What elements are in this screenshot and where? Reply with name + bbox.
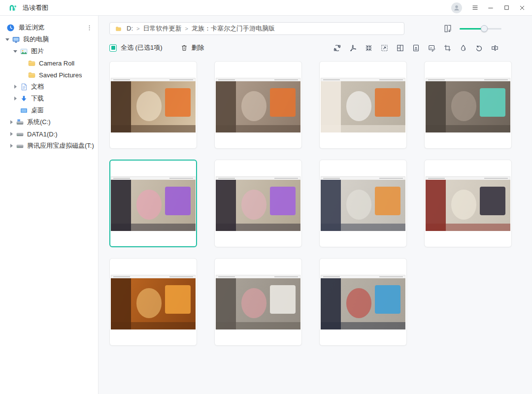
sidebar-item-recent[interactable]: 最近浏览: [0, 22, 98, 33]
chevron-down-icon[interactable]: [12, 48, 19, 55]
chevron-right-icon[interactable]: [8, 131, 15, 137]
thumbnail-reward-screen[interactable]: [214, 61, 302, 149]
user-avatar[interactable]: [451, 2, 462, 13]
sidebar-item-desktop[interactable]: 桌面: [0, 104, 98, 116]
image-region: [216, 322, 300, 329]
maximize-button[interactable]: [499, 0, 514, 15]
image-region: [165, 187, 191, 215]
recent-label: 最近浏览: [19, 23, 84, 32]
screenshot-image: [426, 176, 510, 231]
rotate-button[interactable]: [473, 42, 485, 54]
select-all-checkbox[interactable]: [109, 44, 117, 52]
delete-button[interactable]: 删除: [180, 43, 204, 52]
select-all-control[interactable]: 全选 (已选1项): [109, 43, 163, 52]
game-screenshot-content: [216, 278, 300, 329]
close-button[interactable]: [514, 0, 530, 15]
path-row: D:>日常软件更新>龙族：卡塞尔之门手游电脑版: [109, 22, 521, 35]
compress-button[interactable]: [363, 42, 374, 54]
sidebar-item-drive-c[interactable]: 系统(C:): [0, 116, 98, 128]
drive-win-icon: [16, 118, 24, 127]
arrow-placeholder: [20, 71, 27, 78]
mini-window-titlebar: [321, 275, 405, 278]
thumbnail-library-scene[interactable]: [109, 61, 197, 149]
chevron-right-icon[interactable]: [8, 119, 15, 126]
resize-button[interactable]: [378, 42, 390, 54]
rename-button[interactable]: [489, 42, 500, 54]
mini-window-titlebar: [111, 275, 196, 278]
collage-icon: [396, 44, 404, 52]
chevron-down-icon[interactable]: [4, 36, 11, 43]
sidebar-item-drive-d[interactable]: DATA1(D:): [0, 128, 98, 140]
game-screenshot-content: [111, 81, 196, 132]
sidebar-item-camera-roll[interactable]: Camera Roll: [0, 57, 98, 69]
person-icon: [452, 3, 461, 12]
sidebar-item-documents[interactable]: 文档: [0, 81, 98, 93]
minimize-button[interactable]: [483, 0, 499, 15]
game-screenshot-content: [111, 180, 196, 231]
crop-button[interactable]: [441, 42, 453, 54]
sidebar-item-drive-t[interactable]: 腾讯应用宝虚拟磁盘(T:): [0, 140, 98, 152]
thumbnail-recruit-screen[interactable]: [424, 160, 512, 247]
app-logo-icon: [9, 3, 18, 12]
image-region: [165, 285, 191, 314]
document-icon: [20, 83, 28, 91]
main-menu-button[interactable]: [467, 0, 483, 15]
image-region: [451, 91, 477, 121]
pdf-button[interactable]: [347, 42, 359, 54]
image-region: [426, 125, 510, 132]
zoom-slider[interactable]: [460, 25, 501, 32]
thumbnail-hex-map-screen[interactable]: [319, 160, 407, 247]
thumbnail-character-cards[interactable]: [109, 160, 197, 247]
breadcrumb[interactable]: D:>日常软件更新>龙族：卡塞尔之门手游电脑版: [109, 22, 404, 35]
image-region: [111, 278, 131, 329]
thumbnail-vip-purchase-screen[interactable]: [109, 258, 197, 346]
recent-options-button[interactable]: [84, 23, 94, 33]
chevron-right-icon[interactable]: [12, 95, 19, 102]
thumbnail-item-detail-screen[interactable]: [424, 61, 512, 149]
sidebar-item-label: 文档: [31, 82, 44, 91]
mini-window-titlebar: [426, 78, 510, 81]
game-screenshot-content: [216, 180, 300, 231]
page-flip-view-icon[interactable]: [443, 24, 453, 33]
download-icon: [20, 95, 28, 103]
sidebar-item-downloads[interactable]: 下载: [0, 93, 98, 104]
zoom-slider-handle[interactable]: [481, 25, 488, 32]
chevron-right-icon[interactable]: [12, 83, 19, 90]
breadcrumb-separator: >: [136, 26, 139, 32]
screenshot-image: [111, 78, 196, 132]
sidebar-item-my-computer[interactable]: 我的电脑: [0, 33, 98, 45]
breadcrumb-segment-2[interactable]: 龙族：卡塞尔之门手游电脑版: [192, 25, 275, 32]
image-region: [241, 91, 267, 121]
edit-image-button[interactable]: [426, 42, 437, 54]
sidebar-item-label: 图片: [31, 47, 44, 56]
image-region: [111, 224, 196, 231]
maximize-icon: [503, 4, 510, 11]
breadcrumb-segment-1[interactable]: 日常软件更新: [143, 25, 181, 32]
chevron-right-icon[interactable]: [8, 142, 15, 149]
sidebar-item-pictures[interactable]: 图片: [0, 45, 98, 57]
collage-button[interactable]: [394, 42, 406, 54]
image-region: [426, 180, 446, 231]
thumbnail-character-cards-2[interactable]: [214, 160, 302, 247]
delete-label: 删除: [192, 43, 204, 52]
mini-window-titlebar: [111, 176, 196, 180]
mini-window-titlebar: [216, 176, 300, 180]
convert-button[interactable]: [331, 42, 343, 54]
select-all-label: 全选 (已选1项): [121, 43, 163, 52]
sidebar-item-saved-pictures[interactable]: Saved Pictures: [0, 69, 98, 81]
game-screenshot-content: [321, 278, 405, 329]
watermark-button[interactable]: [457, 42, 469, 54]
edit-image-icon: [428, 44, 436, 52]
thumbnail-profile-screen[interactable]: [214, 258, 302, 346]
minimize-icon: [487, 4, 495, 12]
screenshot-image: [321, 78, 405, 132]
folder-icon: [28, 71, 36, 79]
image-region: [111, 125, 196, 132]
thumbnail-quest-list-screen[interactable]: [319, 61, 407, 149]
thumbnail-poster-cards-screen[interactable]: [319, 258, 407, 346]
screenshot-image: [216, 176, 300, 231]
game-screenshot-content: [426, 180, 510, 231]
breadcrumb-segment-0[interactable]: D:: [127, 25, 133, 32]
image-region: [321, 81, 341, 132]
id-photo-button[interactable]: [410, 42, 422, 54]
